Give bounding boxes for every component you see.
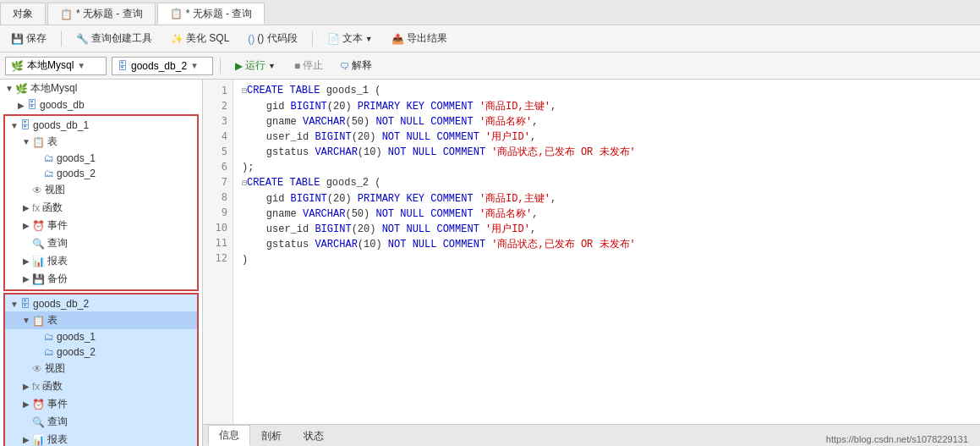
db2-queries-label: 查询 (47, 415, 68, 429)
export-button[interactable]: 📤 导出结果 (386, 29, 453, 48)
db1-backup-label: 备份 (47, 272, 68, 286)
db1-tables-label: 表 (47, 135, 57, 149)
db2-goods1-table-icon: 🗂 (44, 331, 54, 343)
db1-funcs-label: 函数 (42, 201, 63, 215)
tree-db2-reports[interactable]: ▶ 📊 报表 (5, 431, 197, 446)
tree-db2-views[interactable]: 👁 视图 (5, 360, 197, 377)
toolbar-separator-1 (61, 31, 62, 47)
export-icon: 📤 (391, 33, 404, 45)
database-arrow-icon: ▼ (190, 61, 199, 70)
db2-queries-icon: 🔍 (32, 416, 45, 428)
db2-funcs-arrow-icon: ▶ (20, 382, 32, 391)
connection-icon: 🌿 (11, 60, 24, 72)
goods-db-arrow-icon: ▶ (15, 101, 27, 110)
db2-reports-arrow-icon: ▶ (20, 435, 32, 444)
save-button[interactable]: 💾 保存 (5, 29, 52, 48)
tree-db1-reports[interactable]: ▶ 📊 报表 (5, 252, 197, 270)
tree-root[interactable]: ▼ 🌿 本地Mysql (0, 80, 202, 97)
tree-db2-queries[interactable]: 🔍 查询 (5, 413, 197, 431)
root-expand-icon: ▼ (3, 84, 15, 93)
db2-reports-icon: 📊 (32, 434, 45, 446)
goods-db-2-arrow-icon: ▼ (8, 300, 20, 309)
explain-button[interactable]: 🗨 解释 (334, 56, 378, 75)
toolbar-separator-2 (312, 31, 313, 47)
tree-db1-goods1[interactable]: 🗂 goods_1 (5, 151, 197, 166)
editor-area: 1 2 3 4 5 6 7 8 9 10 11 12 ⊟CREATE TABLE… (203, 80, 980, 446)
tree-db1-backup[interactable]: ▶ 💾 备份 (5, 270, 197, 288)
db1-events-icon: ⏰ (32, 220, 45, 232)
query-icon-1: 📋 (60, 8, 73, 20)
db1-goods1-label: goods_1 (57, 152, 96, 164)
goods-db-1-label: goods_db_1 (33, 119, 89, 131)
db2-goods1-label: goods_1 (57, 331, 96, 343)
bottom-tabs: 信息 剖析 状态 https://blog.csdn.net/s10782291… (203, 424, 980, 446)
db2-goods2-label: goods_2 (57, 346, 96, 358)
explain-icon: 🗨 (340, 61, 349, 71)
db2-events-icon: ⏰ (32, 399, 45, 410)
tab-query-2[interactable]: 📋 * 无标题 - 查询 (157, 3, 266, 25)
db1-reports-icon: 📊 (32, 256, 45, 267)
query-builder-button[interactable]: 🔧 查询创建工具 (70, 29, 158, 48)
db2-goods2-table-icon: 🗂 (44, 346, 54, 358)
db2-tables-label: 表 (47, 313, 57, 328)
text-button[interactable]: 📄 文本 ▼ (321, 29, 379, 48)
root-label: 本地Mysql (30, 81, 77, 96)
db1-goods2-label: goods_2 (57, 168, 96, 179)
app-container: 对象 📋 * 无标题 - 查询 📋 * 无标题 - 查询 💾 保存 🔧 查询创建… (0, 0, 980, 446)
tree-db1-views[interactable]: 👁 视图 (5, 181, 197, 199)
db1-tables-icon: 📋 (32, 136, 45, 148)
tree-db1-tables[interactable]: ▼ 📋 表 (5, 133, 197, 151)
code-content[interactable]: ⊟CREATE TABLE goods_1 ( gid BIGINT(20) P… (233, 80, 980, 424)
toolbar-separator-3 (220, 58, 221, 74)
run-button[interactable]: ▶ 运行 ▼ (227, 56, 283, 75)
tree-goods-db-1[interactable]: ▼ 🗄 goods_db_1 (5, 118, 197, 133)
stop-button[interactable]: ■ 停止 (288, 56, 329, 75)
stop-icon: ■ (294, 60, 300, 72)
tab-objects-label: 对象 (13, 7, 33, 21)
tree-db2-tables[interactable]: ▼ 📋 表 (5, 311, 197, 329)
goods-db-2-container: ▼ 🗄 goods_db_2 ▼ 📋 表 🗂 goods_1 � (3, 293, 199, 446)
db1-events-arrow-icon: ▶ (20, 221, 32, 230)
db1-queries-label: 查询 (47, 236, 68, 251)
tree-db2-goods2[interactable]: 🗂 goods_2 (5, 344, 197, 360)
tree-goods-db-2[interactable]: ▼ 🗄 goods_db_2 (5, 296, 197, 311)
goods-db-1-container: ▼ 🗄 goods_db_1 ▼ 📋 表 🗂 goods_1 � (3, 114, 199, 291)
tab-query-1[interactable]: 📋 * 无标题 - 查询 (47, 3, 156, 25)
goods-db-1-arrow-icon: ▼ (8, 121, 20, 130)
bottom-tab-profile[interactable]: 剖析 (250, 426, 293, 446)
beautify-icon: ✨ (171, 33, 183, 45)
goods-db-2-icon: 🗄 (20, 298, 30, 310)
db2-events-arrow-icon: ▶ (20, 399, 32, 409)
tree-db1-events[interactable]: ▶ ⏰ 事件 (5, 217, 197, 234)
goods-db-2-label: goods_db_2 (33, 298, 89, 310)
tree-db2-goods1[interactable]: 🗂 goods_1 (5, 329, 197, 344)
db1-queries-icon: 🔍 (32, 238, 45, 250)
db2-tables-arrow-icon: ▼ (20, 316, 32, 325)
bottom-tab-info[interactable]: 信息 (208, 425, 250, 446)
database-select[interactable]: 🗄 goods_db_2 ▼ (112, 57, 213, 75)
text-dropdown-icon: ▼ (365, 35, 373, 43)
tree-goods-db[interactable]: ▶ 🗄 goods_db (0, 97, 202, 113)
tree-db1-queries[interactable]: 🔍 查询 (5, 234, 197, 252)
db2-funcs-label: 函数 (42, 379, 63, 394)
db2-views-icon: 👁 (32, 363, 42, 375)
toolbar: 💾 保存 🔧 查询创建工具 ✨ 美化 SQL () () 代码段 📄 文本 ▼ … (0, 25, 980, 52)
text-icon: 📄 (327, 33, 340, 45)
beautify-button[interactable]: ✨ 美化 SQL (165, 29, 235, 48)
db1-goods1-table-icon: 🗂 (44, 152, 54, 164)
tree-db2-funcs[interactable]: ▶ fx 函数 (5, 377, 197, 395)
connection-select[interactable]: 🌿 本地Mysql ▼ (5, 57, 107, 75)
main-area: ▼ 🌿 本地Mysql ▶ 🗄 goods_db ▼ 🗄 goods_db_1 (0, 80, 980, 446)
tree-db2-events[interactable]: ▶ ⏰ 事件 (5, 395, 197, 413)
tab-objects[interactable]: 对象 (0, 3, 46, 25)
tab-bar: 对象 📋 * 无标题 - 查询 📋 * 无标题 - 查询 (0, 0, 980, 25)
run-dropdown-icon: ▼ (268, 62, 276, 70)
tree-db1-funcs[interactable]: ▶ fx 函数 (5, 199, 197, 217)
db1-views-icon: 👁 (32, 184, 42, 196)
code-view[interactable]: 1 2 3 4 5 6 7 8 9 10 11 12 ⊟CREATE TABLE… (203, 80, 980, 424)
status-bar: https://blog.csdn.net/s1078229131 (335, 434, 975, 446)
tree-db1-goods2[interactable]: 🗂 goods_2 (5, 166, 197, 181)
code-snippet-button[interactable]: () () 代码段 (242, 29, 303, 48)
bottom-tab-status[interactable]: 状态 (293, 426, 335, 446)
db2-tables-icon: 📋 (32, 315, 45, 327)
